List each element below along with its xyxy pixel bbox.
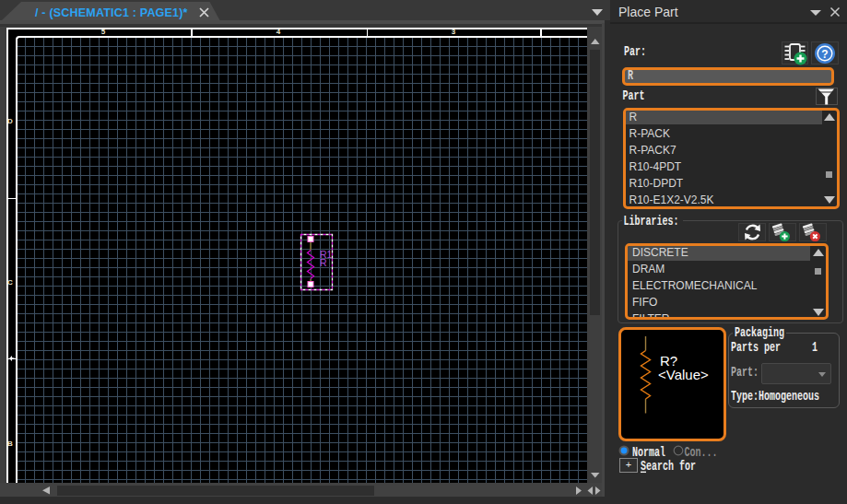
svg-text:?: ? — [821, 47, 828, 60]
svg-text:<Value>: <Value> — [658, 367, 709, 382]
svg-text:R: R — [320, 257, 327, 268]
